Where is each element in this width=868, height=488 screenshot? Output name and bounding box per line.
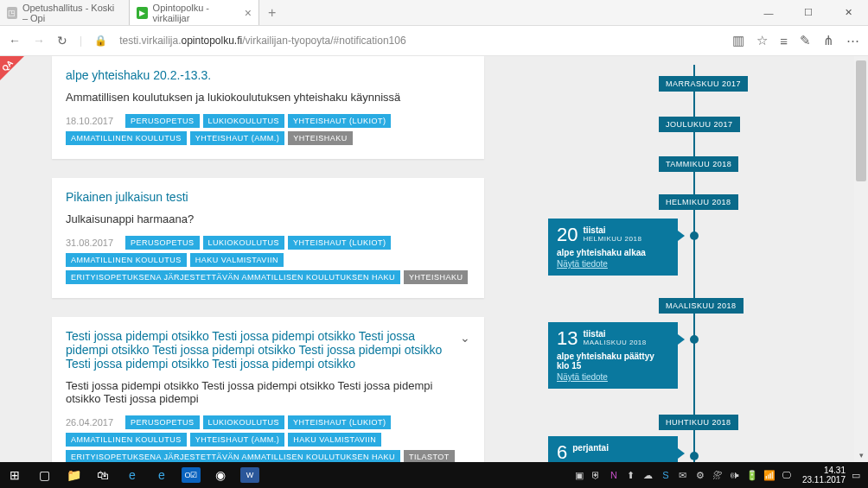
ribbon-label: QA [0,59,15,73]
outlook-icon[interactable]: O☑ [182,467,201,483]
time-label: 14.31 [802,466,846,475]
url-sub: testi.virkailija. [119,35,181,47]
tray-icon[interactable]: 🔋 [745,468,759,482]
category-tag[interactable]: YHTEISHAUT (LUKIOT) [288,236,391,250]
category-tag[interactable]: LUKIOKOULUTUS [203,236,285,250]
hub-icon[interactable]: ≡ [780,34,788,48]
minimize-button[interactable]: — [749,0,788,25]
event-weekday: perjantai [557,443,669,453]
category-tag[interactable]: HAKU VALMISTAVIIN [288,433,381,447]
card-date: 26.04.2017 [66,417,113,428]
chevron-down-icon[interactable]: ⌄ [460,331,470,345]
url-display[interactable]: testi.virkailija.opintopolku.fi/virkaili… [119,35,720,47]
timeline-event-card[interactable]: 13tiistaiMAALISKUU 2018alpe yhteishaku p… [548,322,678,389]
share-icon[interactable]: ⋔ [823,33,834,48]
card-date: 31.08.2017 [66,238,113,248]
notification-card: ⌄Testi jossa pidempi otsikko Testi jossa… [52,317,484,462]
category-tag[interactable]: TILASTOT [404,450,455,462]
notification-card: alpe yhteishaku 20.2.-13.3.Ammatillisen … [52,56,484,159]
edge-icon[interactable]: e [147,462,176,488]
tab-favicon-icon: ▶ [137,7,148,19]
vertical-scrollbar[interactable]: ▴ ▾ [854,56,868,462]
tray-icon[interactable]: S [659,468,673,482]
more-icon[interactable]: ⋯ [846,33,859,48]
close-window-button[interactable]: ✕ [828,0,868,25]
card-description: Ammatillisen koulutuksen ja lukiokoulutu… [66,91,470,104]
event-title: alpe yhteishaku alkaa [557,244,669,257]
tray-icon[interactable]: ☁ [641,468,655,482]
category-tag[interactable]: ERITYISOPETUKSENA JÄRJESTETTÄVÄN AMMATIL… [66,270,400,284]
category-tag[interactable]: ERITYISOPETUKSENA JÄRJESTETTÄVÄN AMMATIL… [66,450,400,462]
category-tag[interactable]: PERUSOPETUS [125,114,200,128]
reading-view-icon[interactable]: ▥ [732,33,744,48]
event-month: MAALISKUU 2018 [557,339,669,346]
refresh-button[interactable]: ↻ [57,34,67,48]
page-content: alpe yhteishaku 20.2.-13.3.Ammatillisen … [0,56,868,462]
windows-taskbar: ⊞ ▢ 📁 🛍 e e O☑ ◉ W ▣ ⛨ N ⬆ ☁ S ✉ ⚙ ⛈ 🕪 🔋… [0,462,868,488]
category-tag[interactable]: YHTEISHAUT (LUKIOT) [288,415,391,429]
tray-icon[interactable]: ⚙ [693,468,707,482]
tray-icon[interactable]: 🖵 [780,468,794,482]
browser-tab-inactive[interactable]: ◳ Opetushallitus - Koski – Opi [0,0,130,25]
address-bar: ← → ↻ | 🔒 testi.virkailija.opintopolku.f… [0,26,868,56]
category-tag[interactable]: LUKIOKOULUTUS [203,114,285,128]
category-tag[interactable]: YHTEISHAUT (LUKIOT) [288,114,391,128]
category-tag[interactable]: LUKIOKOULUTUS [203,415,285,429]
new-tab-button[interactable]: + [259,0,284,25]
explorer-icon[interactable]: 📁 [59,462,88,488]
category-tag[interactable]: AMMATILLINEN KOULUTUS [66,433,187,447]
tray-icon[interactable]: ✉ [676,468,690,482]
favorite-icon[interactable]: ☆ [756,33,768,48]
category-tag[interactable]: AMMATILLINEN KOULUTUS [66,253,187,267]
note-icon[interactable]: ✎ [800,33,811,48]
timeline-dot [690,452,699,460]
scroll-thumb[interactable] [856,60,866,181]
category-tag[interactable]: YHTEISHAKU [288,131,353,145]
card-title[interactable]: alpe yhteishaku 20.2.-13.3. [66,68,470,82]
maximize-button[interactable]: ☐ [788,0,828,25]
close-icon[interactable]: × [245,6,252,20]
word-icon[interactable]: W [240,467,259,483]
tray-icon[interactable]: ⬆ [624,468,638,482]
timeline-month-label: HELMIKUU 2018 [659,194,738,210]
window-titlebar: ◳ Opetushallitus - Koski – Opi ▶ Opintop… [0,0,868,26]
store-icon[interactable]: 🛍 [88,462,118,488]
scroll-down-icon[interactable]: ▾ [854,448,868,462]
event-link[interactable]: Näytä tiedote [557,372,669,382]
tray-icon[interactable]: ▣ [572,468,586,482]
category-tag[interactable]: PERUSOPETUS [125,415,200,429]
timeline-event-card[interactable]: 20tiistaiHELMIKUU 2018alpe yhteishaku al… [548,219,678,276]
clock[interactable]: 14.31 23.11.2017 [797,466,846,485]
tray-icon[interactable]: N [607,468,621,482]
timeline-sidebar: MARRASKUU 2017JOULUKUU 2017TAMMIKUU 2018… [548,56,868,462]
tab-favicon-icon: ◳ [7,7,17,19]
main-column: alpe yhteishaku 20.2.-13.3.Ammatillisen … [0,56,548,462]
timeline-month-label: MAALISKUU 2018 [659,298,744,314]
browser-tab-active[interactable]: ▶ Opintopolku - virkailijar × [130,0,259,25]
forward-button[interactable]: → [33,34,45,48]
ie-icon[interactable]: e [118,462,147,488]
tray-icon[interactable]: ⛨ [590,468,603,482]
category-tag[interactable]: YHTEISHAUT (AMM.) [190,131,284,145]
category-tag[interactable]: AMMATILLINEN KOULUTUS [66,131,187,145]
event-link[interactable]: Näytä tiedote [557,259,669,269]
card-date: 18.10.2017 [66,116,113,126]
category-tag[interactable]: PERUSOPETUS [125,236,200,250]
card-meta: 26.04.2017PERUSOPETUSLUKIOKOULUTUSYHTEIS… [66,415,470,462]
timeline-event-card[interactable]: 6perjantai [548,436,678,462]
card-title[interactable]: Pikainen julkaisun testi [66,190,470,204]
tray-icon[interactable]: ⛈ [711,468,724,482]
back-button[interactable]: ← [9,34,21,48]
taskview-icon[interactable]: ▢ [29,462,59,488]
start-button[interactable]: ⊞ [0,462,29,488]
tray-icon[interactable]: 🕪 [728,468,742,482]
notifications-icon[interactable]: ▭ [849,468,863,482]
category-tag[interactable]: YHTEISHAKU [404,270,469,284]
card-title[interactable]: Testi jossa pidempi otsikko Testi jossa … [66,329,470,371]
tray-icon[interactable]: 📶 [763,468,776,482]
chrome-icon[interactable]: ◉ [206,462,235,488]
event-title: alpe yhteishaku päättyy klo 15 [557,348,669,371]
category-tag[interactable]: HAKU VALMISTAVIIN [190,253,284,267]
category-tag[interactable]: YHTEISHAUT (AMM.) [190,433,284,447]
timeline-month-label: HUHTIKUU 2018 [659,415,738,430]
